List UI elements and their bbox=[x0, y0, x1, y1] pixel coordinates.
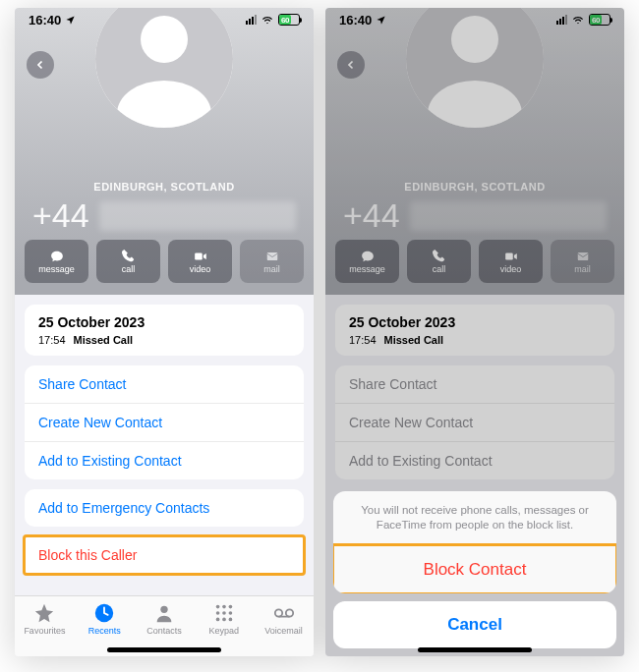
message-icon bbox=[360, 250, 376, 263]
svg-point-11 bbox=[222, 618, 226, 622]
svg-rect-17 bbox=[577, 252, 588, 259]
hero-actions: message call video mail bbox=[25, 240, 304, 283]
back-button[interactable] bbox=[27, 51, 54, 79]
phone-right: 16:40 60 EDINBURGH, SCOTLAND +44 mes bbox=[325, 8, 624, 656]
clock-icon bbox=[93, 602, 115, 624]
svg-point-12 bbox=[228, 618, 232, 622]
status-time: 16:40 bbox=[339, 13, 372, 28]
svg-rect-16 bbox=[505, 252, 513, 259]
star-icon bbox=[33, 602, 55, 624]
call-type: Missed Call bbox=[384, 334, 444, 346]
call-button[interactable]: call bbox=[407, 240, 471, 283]
svg-point-7 bbox=[216, 611, 220, 615]
svg-point-9 bbox=[228, 611, 232, 615]
share-contact[interactable]: Share Contact bbox=[25, 365, 304, 403]
contact-number: +44 bbox=[343, 196, 607, 235]
video-icon bbox=[503, 250, 519, 263]
voicemail-icon bbox=[273, 602, 295, 624]
phone-icon bbox=[121, 250, 137, 263]
svg-rect-0 bbox=[195, 252, 203, 259]
svg-point-10 bbox=[216, 618, 220, 622]
home-indicator[interactable] bbox=[107, 647, 221, 652]
signal-icon bbox=[246, 15, 257, 25]
contact-hero: EDINBURGH, SCOTLAND +44 message call vid… bbox=[15, 8, 314, 295]
message-button[interactable]: message bbox=[25, 240, 88, 283]
chevron-left-icon bbox=[34, 58, 46, 72]
wifi-icon bbox=[571, 15, 585, 26]
number-redacted bbox=[410, 201, 607, 231]
video-button[interactable]: video bbox=[168, 240, 232, 283]
add-emergency-contacts[interactable]: Add to Emergency Contacts bbox=[25, 489, 304, 527]
mail-button: mail bbox=[551, 240, 614, 283]
phone-icon bbox=[432, 250, 447, 263]
call-date: 25 October 2023 bbox=[38, 314, 290, 330]
svg-point-8 bbox=[222, 611, 226, 615]
contact-hero: EDINBURGH, SCOTLAND +44 message call vid… bbox=[325, 8, 624, 295]
message-icon bbox=[49, 250, 65, 263]
tab-contacts[interactable]: Contacts bbox=[137, 602, 192, 636]
country-code: +44 bbox=[32, 196, 89, 235]
contact-options-list: Share Contact Create New Contact Add to … bbox=[25, 365, 304, 479]
add-existing-contact[interactable]: Add to Existing Contact bbox=[335, 441, 614, 479]
cancel-button[interactable]: Cancel bbox=[333, 601, 616, 648]
emergency-list: Add to Emergency Contacts bbox=[25, 489, 304, 527]
tab-recents[interactable]: Recents bbox=[77, 602, 132, 636]
mail-button: mail bbox=[240, 240, 304, 283]
call-log-card: 25 October 2023 17:54Missed Call bbox=[25, 305, 304, 356]
svg-point-13 bbox=[274, 609, 281, 616]
svg-rect-1 bbox=[266, 252, 277, 259]
add-existing-contact[interactable]: Add to Existing Contact bbox=[25, 441, 304, 479]
message-button[interactable]: message bbox=[335, 240, 399, 283]
call-time: 17:54 bbox=[38, 334, 66, 346]
phone-left: 16:40 60 EDINBURGH, SCOTLAND +44 mes bbox=[15, 8, 314, 656]
mail-icon bbox=[264, 250, 280, 263]
location-icon bbox=[376, 15, 386, 26]
action-sheet-message: You will not receive phone calls, messag… bbox=[333, 491, 616, 545]
status-bar: 16:40 60 bbox=[15, 8, 314, 31]
signal-icon bbox=[556, 15, 567, 25]
tab-voicemail[interactable]: Voicemail bbox=[257, 602, 312, 636]
country-code: +44 bbox=[343, 196, 400, 235]
svg-point-5 bbox=[222, 605, 226, 609]
svg-point-4 bbox=[216, 605, 220, 609]
contact-location: EDINBURGH, SCOTLAND bbox=[15, 181, 314, 193]
video-button[interactable]: video bbox=[479, 240, 543, 283]
call-date: 25 October 2023 bbox=[349, 314, 601, 330]
tab-favourites[interactable]: Favourites bbox=[17, 602, 72, 636]
battery-icon: 60 bbox=[278, 14, 300, 26]
call-time: 17:54 bbox=[349, 334, 377, 346]
svg-point-6 bbox=[228, 605, 232, 609]
hero-actions: message call video mail bbox=[335, 240, 614, 283]
contact-location: EDINBURGH, SCOTLAND bbox=[325, 181, 624, 193]
status-bar: 16:40 60 bbox=[325, 8, 624, 31]
share-contact[interactable]: Share Contact bbox=[335, 365, 614, 403]
call-log-card: 25 October 2023 17:54Missed Call bbox=[335, 305, 614, 356]
block-list: Block this Caller bbox=[25, 536, 304, 574]
number-redacted bbox=[99, 201, 296, 231]
block-this-caller[interactable]: Block this Caller bbox=[25, 536, 304, 574]
wifi-icon bbox=[261, 15, 274, 26]
svg-point-3 bbox=[160, 606, 167, 613]
contact-number: +44 bbox=[32, 196, 296, 235]
tab-keypad[interactable]: Keypad bbox=[197, 602, 252, 636]
battery-icon: 60 bbox=[589, 14, 610, 26]
mail-icon bbox=[575, 250, 591, 263]
home-indicator[interactable] bbox=[418, 647, 532, 652]
contact-options-list: Share Contact Create New Contact Add to … bbox=[335, 365, 614, 479]
chevron-left-icon bbox=[345, 58, 357, 72]
content: 25 October 2023 17:54Missed Call Share C… bbox=[15, 295, 314, 595]
person-icon bbox=[153, 602, 175, 624]
back-button[interactable] bbox=[337, 51, 365, 79]
video-icon bbox=[193, 250, 208, 263]
call-type: Missed Call bbox=[74, 334, 134, 346]
tab-bar: Favourites Recents Contacts Keypad Voice… bbox=[15, 595, 314, 656]
call-button[interactable]: call bbox=[96, 240, 160, 283]
block-contact-button[interactable]: Block Contact bbox=[333, 545, 616, 593]
keypad-icon bbox=[213, 602, 235, 624]
action-sheet: You will not receive phone calls, messag… bbox=[333, 491, 616, 648]
location-icon bbox=[65, 15, 76, 26]
svg-point-14 bbox=[285, 609, 292, 616]
create-new-contact[interactable]: Create New Contact bbox=[335, 403, 614, 441]
create-new-contact[interactable]: Create New Contact bbox=[25, 403, 304, 441]
status-time: 16:40 bbox=[29, 13, 61, 28]
